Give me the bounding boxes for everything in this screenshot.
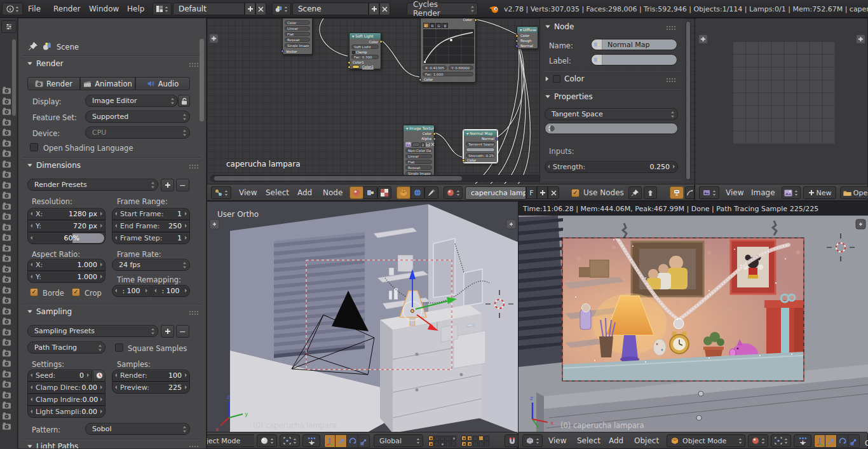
menu-view[interactable]: View [726,188,743,197]
resolution-y-field[interactable]: Y: 720 px [27,220,105,232]
display-dropdown[interactable]: Image Editor [85,95,178,107]
strength-field[interactable]: Strength: 0.250 [545,161,678,173]
border-checkbox[interactable] [30,288,38,296]
menu-add[interactable]: Add [297,188,312,197]
delete-layout-button[interactable] [255,3,266,15]
editor-type-selector[interactable] [211,186,231,199]
image-datablock-row[interactable]: 2 [405,142,435,147]
render-tab-camera-icon[interactable] [2,265,11,273]
render-tab-camera-icon[interactable] [2,202,11,210]
toolbar-expand-button[interactable] [209,34,219,43]
scene-field[interactable]: Scene [292,3,369,15]
object-shader-button[interactable] [397,186,410,199]
pivot-dropdown[interactable] [280,434,300,447]
node-mix-soft-light[interactable]: Soft Light Color Soft Light Clamp Fac: 0… [349,32,381,69]
rendered-viewport-canvas[interactable]: z y x (0) caperucha lampara Time:11:06.2… [519,202,868,433]
render-tab-camera-icon[interactable] [2,286,11,294]
color-checkbox[interactable] [553,75,560,83]
render-tab-camera-icon[interactable] [2,181,11,189]
menu-select[interactable]: Select [266,188,289,197]
add-preset-button[interactable] [161,179,174,191]
socket-color1-input[interactable] [348,61,351,64]
socket-alpha-output[interactable] [433,137,436,141]
preview-samples-field[interactable]: Preview: 225 [112,382,190,394]
uv-map-field[interactable] [466,148,495,152]
menu-render[interactable]: Render [53,4,81,13]
render-tab-camera-icon[interactable] [2,412,11,420]
socket-color-output[interactable] [433,132,436,135]
panel-header-node[interactable]: Node [545,22,574,31]
editor-type-selector[interactable] [522,434,543,447]
layers-widget-group1[interactable] [428,436,456,446]
curve-y-field[interactable]: Y: 0.68000 [449,66,473,70]
add-layout-button[interactable] [245,3,255,15]
viewport-3d-canvas[interactable]: z y x User Ortho (0) caperucha lampara [207,202,519,433]
node-diffuse-bsdf[interactable]: Diffuse B Color Rough Normal [517,26,538,49]
node-row[interactable]: Linear [285,26,310,31]
menu-select[interactable]: Select [577,436,600,445]
menu-window[interactable]: Window [89,4,119,13]
socket-color-input[interactable] [462,159,465,162]
render-tab-camera-icon[interactable] [2,296,11,304]
feature-set-dropdown[interactable]: Supported [85,111,190,123]
screen-layout-icon-button[interactable] [153,3,172,15]
add-sampling-preset-button[interactable] [161,325,174,338]
render-tab-camera-icon[interactable] [2,275,11,283]
node-header[interactable]: Image Texture [403,125,434,131]
panel-header-light-paths[interactable]: Light Paths [27,442,78,449]
socket-color-output[interactable] [474,18,477,22]
dresser[interactable] [380,305,482,433]
socket-color-input[interactable] [515,34,519,38]
menu-node[interactable]: Node [323,188,342,197]
shader-nodes-button[interactable] [349,186,363,199]
properties-scrollbar[interactable] [200,39,204,121]
node-header[interactable]: Diffuse B [517,27,538,32]
viewport-shading-dropdown[interactable] [257,434,277,447]
panel-grip[interactable] [189,310,198,315]
render-tab-camera-icon[interactable] [2,370,11,378]
fac-slider[interactable]: Fac: 1.000 [423,72,473,76]
space-dropdown[interactable]: Tangent Space [466,142,495,146]
remap-new-field[interactable]: : 100 [151,285,190,297]
render-tab-camera-icon[interactable] [2,422,11,430]
color2-swatch[interactable] [352,65,360,69]
render-tab-camera-icon[interactable] [2,254,11,262]
menu-add[interactable]: Add [609,436,623,445]
node-header[interactable]: Soft Light [349,33,381,39]
node-editor-canvas[interactable]: Color Linear Flat Repeat Single Image Ve… [207,18,695,185]
viewport-shading-dropdown[interactable] [748,434,768,447]
render-tab-camera-icon[interactable] [2,139,11,147]
render-tab-camera-icon[interactable] [2,328,11,336]
npanel-scrollbar[interactable] [686,21,691,180]
material-preview-selector[interactable] [444,186,463,199]
tangent-space-dropdown[interactable]: Tangent Space [545,108,678,120]
clamp-checkbox[interactable] [352,51,355,54]
panel-header-render[interactable]: Render [27,59,64,68]
pivot-dropdown[interactable] [771,434,791,447]
render-engine-selector[interactable]: Cycles Render [407,3,478,15]
rotate-button[interactable] [347,434,358,448]
delete-scene-button[interactable] [379,3,390,15]
curve-widget[interactable] [423,29,474,64]
region-expand-button[interactable] [698,34,708,44]
curve-channel-buttons[interactable]: C R G B [423,23,448,28]
manipulator-toggle[interactable] [302,434,320,447]
render-tab-camera-icon[interactable] [2,317,11,325]
uv-map-selector[interactable] [545,123,678,134]
scene-icon-button[interactable] [272,3,291,15]
render-tab-camera-icon[interactable] [2,160,11,168]
node-image-texture[interactable]: Image Texture Color Alpha 2 Non-Color Da… [403,125,435,176]
render-audio-button[interactable]: Audio [135,77,190,90]
render-tab-camera-icon[interactable] [2,244,11,252]
render-tab-camera-icon[interactable] [2,149,11,157]
render-tab-camera-icon[interactable] [2,191,11,199]
node-row[interactable]: Color [285,20,310,25]
use-nodes-checkbox[interactable] [571,189,580,197]
texture-nodes-button[interactable] [377,186,391,199]
render-tab-camera-icon[interactable] [2,212,11,220]
node-row[interactable]: Linear [405,154,432,158]
node-rgb-curves[interactable]: Color C R G B X: 0.41385 Y: 0.68000 [420,18,476,83]
blend-mode-dropdown[interactable]: Soft Light [351,45,379,49]
render-tab-camera-icon[interactable] [2,97,11,105]
render-tab-camera-icon[interactable] [2,86,11,94]
